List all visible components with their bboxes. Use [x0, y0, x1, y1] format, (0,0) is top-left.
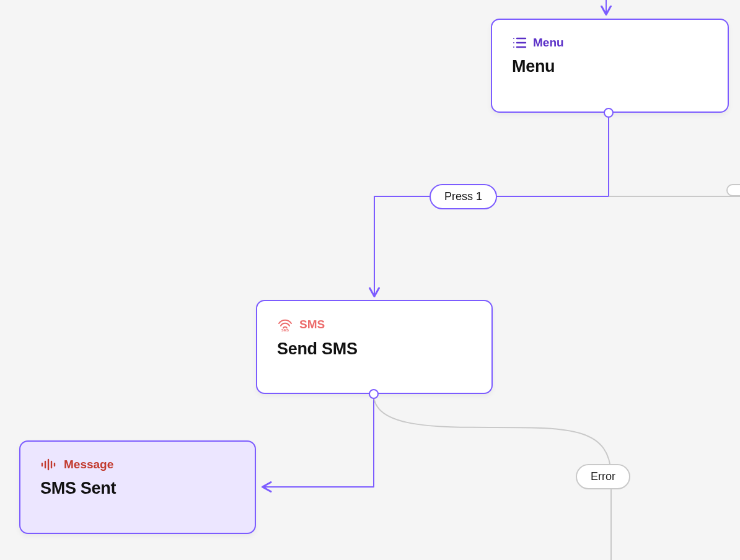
node-type-label: Menu	[533, 36, 564, 50]
port-sms-out[interactable]	[369, 389, 379, 399]
node-sms-sent[interactable]: Message SMS Sent	[19, 440, 256, 534]
pill-error[interactable]: Error	[576, 464, 630, 489]
svg-point-4	[513, 46, 514, 48]
svg-point-2	[513, 42, 514, 43]
node-type-label: SMS	[299, 318, 325, 331]
pill-press1[interactable]: Press 1	[429, 184, 497, 209]
pill-label: Press 1	[444, 190, 482, 203]
node-title: Menu	[512, 57, 708, 76]
node-menu[interactable]: Menu Menu	[491, 19, 729, 113]
node-send-sms[interactable]: SMS SMS Send SMS	[256, 300, 493, 394]
node-type-label: Message	[64, 458, 113, 471]
svg-point-0	[513, 38, 514, 39]
pill-offscreen-right[interactable]	[726, 184, 740, 196]
svg-text:SMS: SMS	[281, 328, 289, 332]
audio-waveform-icon	[40, 458, 58, 471]
node-title: SMS Sent	[40, 479, 235, 498]
edge-sms-to-smssent	[263, 395, 374, 487]
node-title: Send SMS	[277, 339, 472, 359]
port-menu-out[interactable]	[604, 108, 614, 118]
menu-list-icon	[512, 37, 527, 49]
pill-label: Error	[591, 470, 615, 483]
sms-signal-icon: SMS	[277, 317, 293, 332]
